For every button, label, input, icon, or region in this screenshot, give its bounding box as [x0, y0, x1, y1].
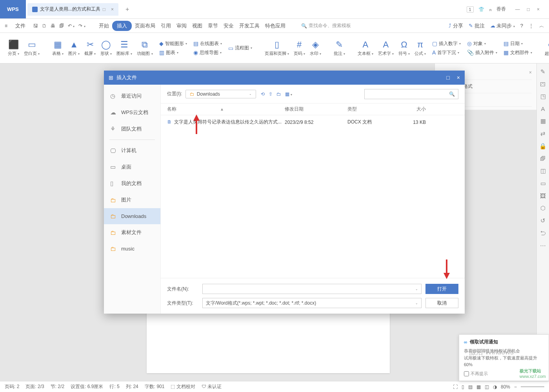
ribbon-对象[interactable]: ◎对象 ▾: [467, 40, 497, 47]
rail-icon[interactable]: ⇄: [540, 130, 545, 137]
ribbon-符号[interactable]: Ω符号 ▾: [396, 40, 412, 56]
apparel-icon[interactable]: 👕: [478, 7, 484, 12]
print-preview-icon[interactable]: 🗋: [42, 23, 47, 29]
rail-icon[interactable]: ⋯: [540, 242, 546, 249]
menu-开发工具[interactable]: 开发工具: [237, 21, 262, 31]
rail-icon[interactable]: ◫: [540, 167, 546, 174]
rail-icon[interactable]: ▭: [540, 180, 546, 187]
dialog-search-input[interactable]: 🔍: [364, 89, 458, 99]
filename-input[interactable]: ⌄: [202, 284, 422, 294]
view-read-icon[interactable]: ▤: [468, 384, 473, 390]
cancel-button[interactable]: 取消: [425, 298, 458, 308]
zoom-out-icon[interactable]: −: [514, 384, 517, 390]
ribbon-空白页[interactable]: ▭空白页 ▾: [22, 40, 42, 56]
status-section[interactable]: 节: 2/2: [51, 383, 64, 390]
rail-icon[interactable]: ⮹: [540, 81, 546, 87]
ribbon-页码[interactable]: #页码 ▾: [291, 40, 307, 56]
ribbon-表格[interactable]: ▦表格 ▾: [50, 40, 66, 56]
help-icon[interactable]: ?: [520, 23, 523, 29]
status-pageno[interactable]: 页码: 2: [5, 383, 19, 390]
ribbon-批注[interactable]: ✎批注 ▾: [331, 40, 347, 56]
rail-icon[interactable]: ↺: [540, 217, 545, 224]
ribbon-在线图表[interactable]: ▤在线图表 ▾: [193, 40, 222, 47]
ribbon-截屏[interactable]: ✂截屏 ▾: [82, 40, 98, 56]
location-combo[interactable]: 🗀 Downloads ⌄: [185, 90, 256, 98]
command-search[interactable]: 🔍 查找命令、搜索模板: [301, 22, 351, 29]
sidebar-item-素材文件[interactable]: 🗀素材文件: [104, 224, 160, 241]
ribbon-流程图[interactable]: ▭流程图 ▾: [228, 45, 252, 51]
ribbon-公式[interactable]: π公式 ▾: [412, 40, 428, 56]
dialog-maximize-icon[interactable]: □: [446, 74, 449, 81]
status-auth[interactable]: 🛡 未认证: [202, 383, 222, 390]
sidebar-item-WPS云文档[interactable]: ☁WPS云文档: [104, 104, 160, 121]
tab-close-icon[interactable]: ×: [111, 7, 114, 12]
sidebar-item-Downloads[interactable]: 🗀Downloads: [104, 208, 160, 224]
view-fullscreen-icon[interactable]: ⛶: [453, 384, 458, 390]
menu-审阅[interactable]: 审阅: [174, 21, 189, 31]
redo-icon[interactable]: ↷ ▾: [78, 23, 85, 29]
dont-show-checkbox[interactable]: [464, 371, 469, 376]
wps-logo[interactable]: WPS: [0, 0, 26, 18]
menu-页面布局[interactable]: 页面布局: [133, 21, 158, 31]
ribbon-文本框[interactable]: A文本框 ▾: [355, 40, 376, 56]
ribbon-功能图[interactable]: ⧉功能图 ▾: [135, 40, 155, 56]
collapse-ribbon-icon[interactable]: ︿: [539, 22, 544, 29]
view-web-icon[interactable]: ▦: [476, 384, 481, 390]
zoom-level[interactable]: 80%: [501, 384, 510, 390]
sidebar-item-最近访问[interactable]: ◷最近访问: [104, 88, 160, 104]
filetype-combo[interactable]: 文字/Word格式(*.wps; *.wpt; *.doc; *.dot; *.…: [202, 298, 422, 308]
open-button[interactable]: 打开: [425, 284, 458, 294]
back-icon[interactable]: ⟲: [261, 91, 265, 97]
ribbon-艺术字[interactable]: A艺术字 ▾: [376, 40, 396, 56]
rail-icon[interactable]: ◳: [540, 93, 546, 100]
rail-icon[interactable]: ▦: [540, 118, 546, 125]
ribbon-思维导图[interactable]: ◉思维导图 ▾: [193, 49, 222, 56]
sidebar-item-计算机[interactable]: 🖵计算机: [104, 142, 160, 159]
maximize-button[interactable]: □: [527, 7, 530, 12]
menu-特色应用[interactable]: 特色应用: [263, 21, 288, 31]
minimize-button[interactable]: —: [515, 7, 520, 12]
hamburger-icon[interactable]: ≡: [5, 23, 7, 29]
ribbon-智能图形[interactable]: ◆智能图形 ▾: [159, 40, 187, 47]
user-name[interactable]: 香香: [496, 6, 506, 13]
counter-badge[interactable]: 1: [467, 6, 474, 13]
new-tab-button[interactable]: +: [122, 4, 132, 15]
view-mode-icon[interactable]: ◑: [493, 384, 497, 390]
zoom-slider[interactable]: [521, 386, 544, 387]
rail-icon[interactable]: 🖼: [540, 192, 546, 199]
ribbon-日期[interactable]: ▤日期 ▾: [504, 40, 532, 47]
status-page[interactable]: 页面: 2/3: [25, 383, 44, 390]
ribbon-文档部件[interactable]: ▦文档部件 ▾: [504, 49, 532, 56]
menu-章节[interactable]: 章节: [205, 21, 220, 31]
menu-插入[interactable]: 插入: [112, 21, 132, 31]
sync-button[interactable]: ☁ 未同步 ▾: [490, 22, 515, 29]
sidebar-item-桌面[interactable]: ▭桌面: [104, 159, 160, 175]
ribbon-插入数字[interactable]: ▢插入数字 ▾: [432, 40, 461, 47]
ribbon-首字下沉[interactable]: A首字下沉 ▾: [432, 49, 461, 56]
panel-close-icon[interactable]: ×: [529, 70, 532, 75]
rail-icon[interactable]: ⮌: [540, 230, 546, 236]
close-button[interactable]: ×: [537, 7, 540, 12]
notify-icon[interactable]: ⍝: [489, 7, 492, 12]
rail-icon[interactable]: ✎: [540, 68, 545, 75]
menu-视图[interactable]: 视图: [190, 21, 205, 31]
sidebar-item-我的文档[interactable]: ▯我的文档: [104, 175, 160, 192]
menu-安全[interactable]: 安全: [221, 21, 236, 31]
menu-开始[interactable]: 开始: [96, 21, 111, 31]
ribbon-页眉和页脚[interactable]: ▯页眉和页脚 ▾: [262, 40, 291, 56]
file-row[interactable]: 🗎文字是人类用符号记录表达信息以传之久远的方式...2023/2/9 8:52D…: [167, 117, 458, 127]
view-print-icon[interactable]: ▯: [462, 384, 464, 390]
sidebar-item-music[interactable]: 🗀music: [104, 241, 160, 257]
status-words[interactable]: 字数: 901: [145, 383, 165, 390]
header-date[interactable]: 修改日期: [285, 106, 347, 113]
comment-button[interactable]: ✎ 批注: [469, 22, 485, 29]
rail-icon[interactable]: 🔒: [539, 143, 547, 150]
ribbon-图标库[interactable]: ☰图标库 ▾: [114, 40, 135, 56]
undo-icon[interactable]: ↶ ▾: [68, 23, 75, 29]
more-icon[interactable]: ⋮: [529, 23, 534, 29]
ribbon-图片[interactable]: ▲图片 ▾: [66, 40, 82, 56]
header-name[interactable]: 名称 ▴: [167, 106, 285, 113]
share-button[interactable]: ⤴ 分享: [449, 22, 463, 29]
ribbon-图表[interactable]: ▥图表 ▾: [159, 49, 187, 56]
header-type[interactable]: 类型: [347, 106, 398, 113]
